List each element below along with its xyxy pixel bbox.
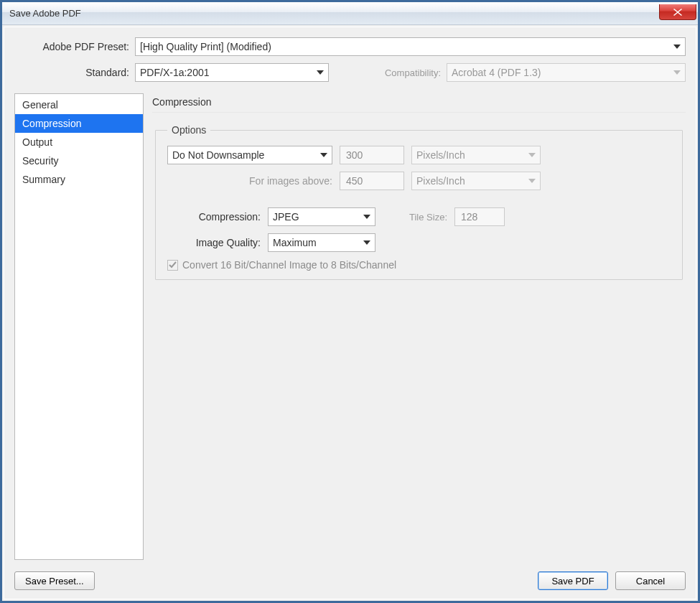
save-pdf-label: Save PDF [551, 576, 594, 586]
preset-label: Adobe PDF Preset: [14, 41, 129, 52]
panel-title: Compression [152, 93, 686, 112]
options-legend: Options [167, 124, 210, 136]
dialog-footer: Save Preset... Save PDF Cancel [14, 571, 686, 590]
svg-marker-3 [320, 153, 327, 157]
save-preset-button[interactable]: Save Preset... [14, 571, 95, 590]
standard-select[interactable]: PDF/X-1a:2001 [135, 63, 329, 82]
standard-label: Standard: [14, 67, 129, 78]
dialog-window: Save Adobe PDF Adobe PDF Preset: [High Q… [0, 0, 700, 603]
sidebar-item-label: Security [22, 155, 59, 167]
downsample-select[interactable]: Do Not Downsample [167, 146, 332, 164]
sidebar-item-label: Output [22, 136, 52, 148]
check-icon [169, 261, 177, 269]
above-input: 450 [340, 172, 404, 190]
convert-16bit-checkbox [167, 260, 178, 271]
compression-value: JPEG [273, 211, 299, 223]
close-icon [673, 8, 683, 16]
compression-select[interactable]: JPEG [268, 207, 375, 226]
compatibility-select: Acrobat 4 (PDF 1.3) [447, 63, 686, 82]
svg-marker-4 [528, 153, 536, 157]
options-fieldset: Options Do Not Downsample 300 Pixels/Inc… [155, 124, 683, 280]
chevron-down-icon [363, 240, 370, 245]
sidebar-item-general[interactable]: General [15, 95, 143, 114]
resolution-unit-value: Pixels/Inch [416, 149, 465, 161]
downsample-row: Do Not Downsample 300 Pixels/Inch [167, 146, 671, 164]
chevron-down-icon [363, 215, 370, 219]
preset-value: [High Quality Print] (Modified) [140, 41, 271, 52]
resolution-input: 300 [340, 146, 404, 164]
chevron-down-icon [673, 45, 681, 49]
chevron-down-icon [320, 153, 327, 157]
preset-row: Adobe PDF Preset: [High Quality Print] (… [14, 37, 686, 56]
quality-select[interactable]: Maximum [268, 233, 375, 252]
svg-marker-0 [673, 45, 681, 49]
sidebar-item-security[interactable]: Security [15, 151, 143, 170]
cancel-label: Cancel [636, 576, 665, 586]
window-title: Save Adobe PDF [9, 8, 81, 19]
svg-marker-6 [363, 215, 370, 219]
divider [152, 112, 686, 113]
sidebar-item-label: Summary [22, 174, 65, 185]
cancel-button[interactable]: Cancel [615, 571, 686, 590]
resolution-value: 300 [346, 149, 363, 161]
svg-marker-5 [528, 179, 536, 183]
above-unit-select: Pixels/Inch [411, 172, 541, 190]
preset-select[interactable]: [High Quality Print] (Modified) [135, 37, 686, 56]
compression-label: Compression: [167, 211, 261, 223]
convert-16bit-label: Convert 16 Bit/Channel Image to 8 Bits/C… [182, 259, 396, 271]
settings-panel: Compression Options Do Not Downsample 30… [152, 93, 686, 560]
chevron-down-icon [528, 153, 536, 157]
svg-marker-7 [363, 240, 370, 245]
category-sidebar: General Compression Output Security Summ… [14, 93, 144, 560]
sidebar-item-label: Compression [22, 118, 81, 129]
save-preset-label: Save Preset... [25, 576, 84, 586]
save-pdf-button[interactable]: Save PDF [538, 571, 608, 590]
svg-marker-1 [317, 70, 324, 75]
client-area: Adobe PDF Preset: [High Quality Print] (… [4, 27, 696, 599]
sidebar-item-compression[interactable]: Compression [15, 114, 143, 133]
compatibility-value: Acrobat 4 (PDF 1.3) [452, 67, 541, 78]
sidebar-item-output[interactable]: Output [15, 133, 143, 151]
chevron-down-icon [317, 70, 324, 75]
quality-row: Image Quality: Maximum [167, 233, 671, 252]
standard-value: PDF/X-1a:2001 [140, 67, 210, 78]
quality-label: Image Quality: [167, 237, 261, 248]
compatibility-label: Compatibility: [355, 67, 441, 78]
resolution-unit-select: Pixels/Inch [411, 146, 541, 164]
svg-marker-2 [673, 70, 681, 75]
convert-16bit-row: Convert 16 Bit/Channel Image to 8 Bits/C… [167, 259, 671, 271]
above-label: For images above: [167, 175, 332, 187]
sidebar-item-label: General [22, 99, 58, 111]
chevron-down-icon [528, 179, 536, 183]
tile-size-input: 128 [454, 207, 505, 226]
above-row: For images above: 450 Pixels/Inch [167, 172, 671, 190]
titlebar: Save Adobe PDF [2, 2, 698, 25]
above-unit-value: Pixels/Inch [416, 175, 465, 187]
above-value: 450 [346, 175, 363, 187]
close-button[interactable] [659, 4, 696, 20]
quality-value: Maximum [273, 237, 317, 248]
downsample-value: Do Not Downsample [172, 149, 264, 161]
compression-row: Compression: JPEG Tile Size: 128 [167, 207, 671, 226]
tile-size-value: 128 [461, 211, 477, 223]
chevron-down-icon [673, 70, 681, 75]
standard-compat-row: Standard: PDF/X-1a:2001 Compatibility: A… [14, 63, 686, 82]
tile-size-label: Tile Size: [383, 212, 447, 223]
sidebar-item-summary[interactable]: Summary [15, 170, 143, 189]
main-area: General Compression Output Security Summ… [14, 93, 686, 560]
